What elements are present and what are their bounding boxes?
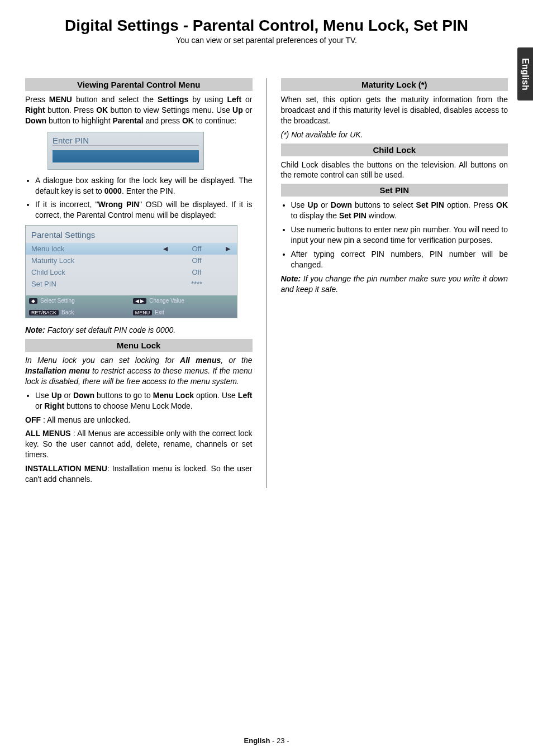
osd-footer-back: RET/BACKBack xyxy=(29,309,127,315)
list-item: Use Up or Down buttons to select Set PIN… xyxy=(291,200,508,221)
page: English Digital Settings - Parental Cont… xyxy=(0,0,533,756)
section-viewing-parental: Viewing Parental Control Menu xyxy=(25,78,253,91)
osd-footer: ◆Select Setting ◀ ▶Change Value RET/BACK… xyxy=(26,295,237,318)
section-child-lock: Child Lock xyxy=(281,143,508,156)
column-divider xyxy=(266,78,267,488)
section-set-pin: Set PIN xyxy=(281,184,508,197)
updown-icon: ◆ xyxy=(29,298,37,304)
osd-pin-field xyxy=(53,150,199,162)
return-icon: RET/BACK xyxy=(29,310,59,315)
right-column: Maturity Lock (*) When set, this option … xyxy=(281,78,508,488)
menu-lock-install: INSTALLATION MENU: Installation menu is … xyxy=(25,463,253,485)
left-column: Viewing Parental Control Menu Press MENU… xyxy=(25,78,253,488)
section-menu-lock: Menu Lock xyxy=(25,339,253,352)
leftright-icon: ◀ ▶ xyxy=(133,298,147,304)
pin-notes-list: A dialogue box asking for the lock key w… xyxy=(25,175,253,221)
page-footer: English - 23 - xyxy=(25,714,508,745)
default-pin-note: Note: Factory set default PIN code is 00… xyxy=(25,325,253,336)
maturity-uk-note: (*) Not available for UK. xyxy=(281,130,508,140)
section-maturity-lock: Maturity Lock (*) xyxy=(281,78,508,91)
child-lock-description: Child Lock disables the buttons on the t… xyxy=(281,160,508,181)
osd-footer-select: ◆Select Setting xyxy=(29,298,127,304)
page-title: Digital Settings - Parental Control, Men… xyxy=(25,17,508,35)
list-item: Use numeric buttons to enter new pin num… xyxy=(291,224,508,246)
osd-row-child-lock: Child Lock Off xyxy=(26,266,237,278)
language-tab: English xyxy=(517,47,533,101)
menu-lock-list: Use Up or Down buttons to go to Menu Loc… xyxy=(25,390,253,412)
osd-enter-pin-title: Enter PIN xyxy=(53,136,199,146)
list-item: A dialogue box asking for the lock key w… xyxy=(35,175,253,197)
osd-enter-pin: Enter PIN xyxy=(47,132,204,170)
menu-lock-off: OFF : All menus are unlocked. xyxy=(25,415,253,425)
content-columns: Viewing Parental Control Menu Press MENU… xyxy=(25,78,508,488)
list-item: If it is incorrect, "Wrong PIN" OSD will… xyxy=(35,199,253,221)
osd-footer-change: ◀ ▶Change Value xyxy=(133,298,231,304)
viewing-instructions: Press MENU button and select the Setting… xyxy=(25,94,253,126)
osd-parental-title: Parental Settings xyxy=(26,226,237,243)
menu-lock-all: ALL MENUS : All Menus are accessible onl… xyxy=(25,428,253,460)
osd-row-menu-lock: Menu lock ◀ Off ▶ xyxy=(26,243,237,255)
set-pin-note: Note: If you change the pin number make … xyxy=(281,274,508,295)
left-arrow-icon: ◀ xyxy=(162,245,169,252)
list-item: After typing correct PIN numbers, PIN nu… xyxy=(291,249,508,270)
osd-row-set-pin: Set PIN **** xyxy=(26,278,237,290)
osd-row-maturity-lock: Maturity Lock Off xyxy=(26,255,237,266)
page-subtitle: You can view or set parental preferences… xyxy=(25,36,508,45)
right-arrow-icon: ▶ xyxy=(225,245,231,252)
osd-parental-settings: Parental Settings Menu lock ◀ Off ▶ Matu… xyxy=(25,225,237,318)
list-item: Use Up or Down buttons to go to Menu Loc… xyxy=(35,390,253,412)
osd-footer-exit: MENUExit xyxy=(133,309,231,315)
menu-icon: MENU xyxy=(133,310,153,315)
maturity-description: When set, this option gets the maturity … xyxy=(281,94,508,126)
set-pin-list: Use Up or Down buttons to select Set PIN… xyxy=(281,200,508,270)
menu-lock-intro: In Menu lock you can set locking for All… xyxy=(25,355,253,387)
